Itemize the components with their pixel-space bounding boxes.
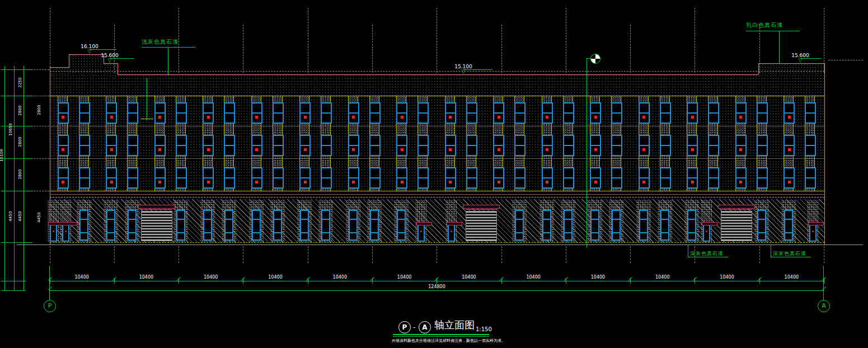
window-rail bbox=[253, 232, 260, 233]
window-rail bbox=[350, 232, 356, 233]
window-pane bbox=[80, 146, 89, 155]
window-strip bbox=[590, 96, 600, 191]
spandrel-panel bbox=[300, 96, 309, 102]
vdim-chain-line bbox=[4, 66, 5, 290]
strip-window bbox=[396, 102, 407, 124]
spandrel-panel bbox=[805, 156, 814, 167]
window-pane bbox=[128, 136, 137, 145]
window-strip bbox=[687, 96, 697, 191]
vdim-group-value: 10650 bbox=[9, 119, 13, 141]
drawing-title: 轴立面图 bbox=[434, 320, 475, 330]
window-strip bbox=[493, 96, 503, 191]
strip-window bbox=[735, 102, 747, 124]
grid-line-stub bbox=[759, 246, 760, 263]
window-rail bbox=[785, 219, 792, 220]
window-pane bbox=[591, 136, 600, 145]
window-rail bbox=[128, 112, 137, 114]
window-rail bbox=[543, 112, 552, 114]
spandrel-panel bbox=[660, 156, 669, 167]
grid-line bbox=[759, 25, 760, 73]
spandrel-panel bbox=[687, 189, 696, 191]
window-rail bbox=[301, 145, 309, 146]
window-pane bbox=[591, 104, 600, 112]
strip-window bbox=[639, 102, 650, 124]
vent-symbol bbox=[255, 148, 258, 151]
strip-window bbox=[687, 102, 698, 124]
strip-window bbox=[542, 167, 553, 189]
vent-symbol bbox=[207, 148, 210, 151]
window-strip bbox=[514, 96, 524, 191]
window-rail bbox=[806, 145, 815, 146]
window-pane bbox=[177, 114, 186, 123]
window-pane bbox=[301, 168, 309, 177]
window-rail bbox=[785, 177, 794, 178]
strip-window bbox=[251, 167, 262, 189]
spandrel-panel bbox=[273, 124, 282, 135]
window-pane bbox=[107, 104, 116, 112]
window-rail bbox=[446, 112, 455, 114]
strip-window bbox=[563, 135, 574, 156]
vent-symbol bbox=[304, 116, 307, 119]
window-pane bbox=[156, 104, 165, 112]
vdim-tick bbox=[1, 158, 32, 159]
window-rail bbox=[494, 112, 503, 114]
window-rail bbox=[301, 232, 308, 233]
vent-symbol bbox=[255, 181, 258, 184]
window-rail bbox=[640, 219, 647, 220]
window-pane bbox=[274, 168, 283, 177]
window-pane bbox=[515, 114, 524, 123]
window-rail bbox=[543, 219, 550, 220]
axis-bubble-right: A bbox=[818, 300, 830, 312]
door-handle-mark bbox=[65, 231, 67, 232]
window-pane bbox=[274, 136, 283, 145]
spandrel-panel bbox=[418, 124, 427, 135]
leader-line bbox=[779, 31, 780, 63]
grid-line bbox=[566, 8, 566, 73]
window-pane bbox=[301, 104, 309, 112]
window-rail bbox=[543, 232, 550, 233]
strip-window bbox=[783, 135, 795, 156]
window-rail bbox=[640, 232, 647, 233]
grid-line bbox=[243, 25, 243, 73]
vent-symbol bbox=[642, 181, 645, 184]
elevation-marker-line bbox=[90, 49, 116, 50]
spandrel-panel bbox=[612, 189, 621, 191]
ground-window bbox=[784, 210, 793, 241]
ground-window bbox=[542, 210, 551, 241]
window-rail bbox=[709, 112, 718, 114]
window-pane bbox=[419, 136, 428, 145]
inner-dim-tick bbox=[141, 119, 153, 119]
parapet-band bbox=[50, 74, 824, 96]
title-underline-thick bbox=[393, 334, 489, 335]
spandrel-panel bbox=[736, 96, 745, 102]
window-pane bbox=[370, 146, 379, 155]
band-dashed-yellow bbox=[50, 197, 824, 197]
ground-window bbox=[564, 210, 573, 241]
bay-dim-value: 10400 bbox=[566, 275, 630, 280]
spandrel-panel bbox=[300, 156, 309, 167]
strip-window bbox=[106, 102, 117, 124]
window-rail bbox=[565, 232, 571, 233]
window-pane bbox=[322, 146, 331, 155]
window-pane bbox=[349, 168, 358, 177]
window-pane bbox=[204, 168, 213, 177]
spandrel-panel bbox=[58, 189, 67, 191]
elevation-marker-line bbox=[110, 58, 134, 59]
window-pane bbox=[349, 104, 358, 112]
spandrel-panel bbox=[757, 124, 766, 135]
window-pane bbox=[785, 136, 794, 145]
elevation-marker-icon: ▽ bbox=[452, 69, 475, 74]
parapet-line bbox=[118, 74, 758, 75]
window-rail bbox=[156, 112, 165, 114]
window-strip bbox=[611, 96, 621, 191]
vent-symbol bbox=[642, 116, 645, 119]
window-rail bbox=[177, 145, 186, 146]
spandrel-panel bbox=[128, 96, 137, 102]
window-strip bbox=[708, 96, 718, 191]
grid-line bbox=[308, 8, 308, 73]
service-door bbox=[703, 223, 710, 242]
hdim-overall-line bbox=[50, 290, 824, 291]
spandrel-panel bbox=[176, 189, 185, 191]
strip-window bbox=[611, 167, 622, 189]
spandrel-panel bbox=[612, 124, 621, 135]
